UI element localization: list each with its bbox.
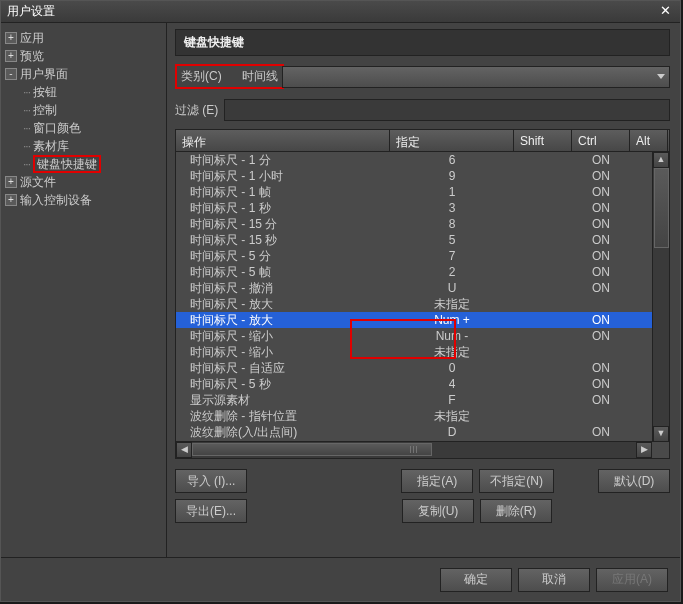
- table-row[interactable]: 时间标尺 - 撤消UON: [176, 280, 669, 296]
- table-row[interactable]: 时间标尺 - 缩小Num -ON: [176, 328, 669, 344]
- window-title: 用户设置: [7, 3, 656, 20]
- table-row[interactable]: 时间标尺 - 自适应0ON: [176, 360, 669, 376]
- tree-item[interactable]: +预览: [5, 47, 162, 65]
- tree-item[interactable]: -用户界面: [5, 65, 162, 83]
- category-combo[interactable]: [282, 66, 670, 88]
- filter-label: 过滤 (E): [175, 102, 218, 119]
- tree-label: 用户界面: [20, 66, 68, 83]
- chevron-down-icon: [657, 74, 665, 79]
- titlebar: 用户设置 ✕: [1, 1, 680, 23]
- tree-toggle-icon[interactable]: +: [5, 50, 17, 62]
- table-row[interactable]: 时间标尺 - 15 秒5ON: [176, 232, 669, 248]
- scroll-thumb-v[interactable]: [654, 168, 669, 248]
- close-icon[interactable]: ✕: [656, 4, 674, 20]
- scroll-up-icon[interactable]: ▲: [653, 152, 669, 168]
- unassign-button[interactable]: 不指定(N): [479, 469, 554, 493]
- tree-item[interactable]: ···按钮: [5, 83, 162, 101]
- shortcuts-table: 操作 指定 Shift Ctrl Alt 时间标尺 - 1 分6ON时间标尺 -…: [175, 129, 670, 459]
- import-button[interactable]: 导入 (I)...: [175, 469, 247, 493]
- cancel-button[interactable]: 取消: [518, 568, 590, 592]
- default-button[interactable]: 默认(D): [598, 469, 670, 493]
- col-operation[interactable]: 操作: [176, 130, 390, 151]
- table-row[interactable]: 时间标尺 - 1 帧1ON: [176, 184, 669, 200]
- tree-label: 源文件: [20, 174, 56, 191]
- table-row[interactable]: 时间标尺 - 5 秒4ON: [176, 376, 669, 392]
- col-alt[interactable]: Alt: [630, 130, 668, 151]
- delete-button[interactable]: 删除(R): [480, 499, 552, 523]
- scrollbar-vertical[interactable]: ▲ ▼: [652, 152, 669, 442]
- table-row[interactable]: 时间标尺 - 放大Num +ON: [176, 312, 669, 328]
- tree-item[interactable]: ···控制: [5, 101, 162, 119]
- tree-label: 素材库: [33, 138, 69, 155]
- table-row[interactable]: 时间标尺 - 1 秒3ON: [176, 200, 669, 216]
- tree-toggle-icon[interactable]: +: [5, 32, 17, 44]
- table-row[interactable]: 时间标尺 - 放大未指定: [176, 296, 669, 312]
- tree-label: 窗口颜色: [33, 120, 81, 137]
- tree-label: 应用: [20, 30, 44, 47]
- main-panel: 键盘快捷键 类别(C) 时间线 过滤 (E) 操作 指定: [167, 23, 680, 557]
- tree-item[interactable]: ···窗口颜色: [5, 119, 162, 137]
- tree-label: 按钮: [33, 84, 57, 101]
- scrollbar-horizontal[interactable]: ◀ ▶: [176, 441, 652, 458]
- tree-item[interactable]: +应用: [5, 29, 162, 47]
- tree-item[interactable]: +源文件: [5, 173, 162, 191]
- tree-item[interactable]: ···素材库: [5, 137, 162, 155]
- ok-button[interactable]: 确定: [440, 568, 512, 592]
- table-row[interactable]: 波纹删除(入/出点间)DON: [176, 424, 669, 440]
- category-value: 时间线: [242, 68, 278, 85]
- table-row[interactable]: 显示源素材FON: [176, 392, 669, 408]
- table-row[interactable]: 时间标尺 - 5 分7ON: [176, 248, 669, 264]
- tree-item[interactable]: +输入控制设备: [5, 191, 162, 209]
- tree-label: 键盘快捷键: [33, 156, 101, 173]
- tree-label: 预览: [20, 48, 44, 65]
- scroll-left-icon[interactable]: ◀: [176, 442, 192, 458]
- dialog-footer: 确定 取消 应用(A): [1, 557, 680, 601]
- scroll-right-icon[interactable]: ▶: [636, 442, 652, 458]
- export-button[interactable]: 导出(E)...: [175, 499, 247, 523]
- table-row[interactable]: 时间标尺 - 5 帧2ON: [176, 264, 669, 280]
- table-row[interactable]: 时间标尺 - 1 小时9ON: [176, 168, 669, 184]
- table-row[interactable]: 波纹删除 - 指针位置未指定: [176, 408, 669, 424]
- tree-toggle-icon[interactable]: +: [5, 194, 17, 206]
- tree-label: 输入控制设备: [20, 192, 92, 209]
- scroll-thumb-h[interactable]: [192, 443, 432, 456]
- copy-button[interactable]: 复制(U): [402, 499, 474, 523]
- col-key[interactable]: 指定: [390, 130, 514, 151]
- tree-item[interactable]: ···键盘快捷键: [5, 155, 162, 173]
- filter-input[interactable]: [224, 99, 670, 121]
- assign-button[interactable]: 指定(A): [401, 469, 473, 493]
- table-row[interactable]: 时间标尺 - 15 分8ON: [176, 216, 669, 232]
- table-header: 操作 指定 Shift Ctrl Alt: [176, 130, 669, 152]
- tree-label: 控制: [33, 102, 57, 119]
- tree-toggle-icon[interactable]: +: [5, 176, 17, 188]
- apply-button[interactable]: 应用(A): [596, 568, 668, 592]
- section-heading: 键盘快捷键: [175, 29, 670, 56]
- category-label: 类别(C): [181, 68, 222, 85]
- category-redbox: 类别(C) 时间线: [175, 64, 284, 89]
- tree-toggle-icon[interactable]: -: [5, 68, 17, 80]
- sidebar: +应用+预览-用户界面···按钮···控制···窗口颜色···素材库···键盘快…: [1, 23, 167, 557]
- col-ctrl[interactable]: Ctrl: [572, 130, 630, 151]
- col-shift[interactable]: Shift: [514, 130, 572, 151]
- scroll-down-icon[interactable]: ▼: [653, 426, 669, 442]
- table-row[interactable]: 时间标尺 - 1 分6ON: [176, 152, 669, 168]
- table-body[interactable]: 时间标尺 - 1 分6ON时间标尺 - 1 小时9ON时间标尺 - 1 帧1ON…: [176, 152, 669, 442]
- table-row[interactable]: 时间标尺 - 缩小未指定: [176, 344, 669, 360]
